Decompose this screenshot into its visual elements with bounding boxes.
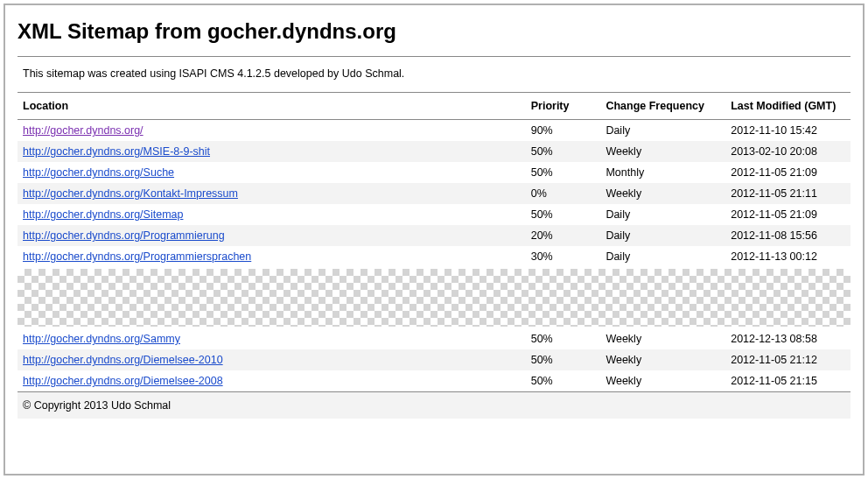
sitemap-link[interactable]: http://gocher.dyndns.org/Programmierung <box>23 229 225 242</box>
sitemap-table-continued: http://gocher.dyndns.org/Sammy50%Weekly2… <box>18 328 850 391</box>
sitemap-table: Location Priority Change Frequency Last … <box>18 93 850 267</box>
sitemap-link[interactable]: http://gocher.dyndns.org/Suche <box>23 166 174 179</box>
cell-change-frequency: Daily <box>600 246 725 267</box>
page-title: XML Sitemap from gocher.dyndns.org <box>18 19 850 44</box>
document-frame: XML Sitemap from gocher.dyndns.org This … <box>4 4 864 475</box>
cell-priority: 50% <box>526 204 601 225</box>
table-row: http://gocher.dyndns.org/Programmierspra… <box>18 246 850 267</box>
table-row: http://gocher.dyndns.org/Programmierung2… <box>18 225 850 246</box>
intro-text: This sitemap was created using ISAPI CMS… <box>23 67 850 80</box>
col-priority: Priority <box>526 93 601 120</box>
table-row: http://gocher.dyndns.org/Diemelsee-20105… <box>18 349 850 370</box>
copyright-text: © Copyright 2013 Udo Schmal <box>23 399 171 412</box>
cell-change-frequency: Monthly <box>600 162 725 183</box>
cell-priority: 50% <box>526 349 601 370</box>
sitemap-link[interactable]: http://gocher.dyndns.org/MSIE-8-9-shit <box>23 145 210 158</box>
sitemap-link[interactable]: http://gocher.dyndns.org/ <box>23 124 144 137</box>
cell-last-modified: 2012-11-08 15:56 <box>725 225 850 246</box>
cell-change-frequency: Daily <box>600 120 725 142</box>
cell-change-frequency: Weekly <box>600 141 725 162</box>
cell-location: http://gocher.dyndns.org/MSIE-8-9-shit <box>18 141 526 162</box>
cell-last-modified: 2012-11-10 15:42 <box>725 120 850 142</box>
sitemap-link[interactable]: http://gocher.dyndns.org/Diemelsee-2010 <box>23 354 223 366</box>
cell-change-frequency: Weekly <box>600 183 725 204</box>
cell-priority: 0% <box>526 183 601 204</box>
cell-change-frequency: Weekly <box>600 349 725 370</box>
cell-last-modified: 2012-11-05 21:09 <box>725 162 850 183</box>
cell-last-modified: 2012-12-13 08:58 <box>725 328 850 349</box>
cell-change-frequency: Daily <box>600 204 725 225</box>
cell-location: http://gocher.dyndns.org/Sammy <box>18 328 526 349</box>
cell-priority: 50% <box>526 370 601 391</box>
cell-priority: 90% <box>526 120 601 142</box>
col-change-frequency: Change Frequency <box>600 93 725 120</box>
cell-location: http://gocher.dyndns.org/Diemelsee-2008 <box>18 370 526 391</box>
cell-priority: 50% <box>526 328 601 349</box>
cell-change-frequency: Weekly <box>600 328 725 349</box>
sitemap-link[interactable]: http://gocher.dyndns.org/Kontakt-Impress… <box>23 187 238 200</box>
cell-change-frequency: Daily <box>600 225 725 246</box>
table-row: http://gocher.dyndns.org/Suche50%Monthly… <box>18 162 850 183</box>
cell-last-modified: 2012-11-05 21:12 <box>725 349 850 370</box>
divider <box>18 56 850 57</box>
table-row: http://gocher.dyndns.org/Sammy50%Weekly2… <box>18 328 850 349</box>
sitemap-link[interactable]: http://gocher.dyndns.org/Programmierspra… <box>23 250 251 263</box>
cell-location: http://gocher.dyndns.org/Suche <box>18 162 526 183</box>
table-row: http://gocher.dyndns.org/90%Daily2012-11… <box>18 120 850 142</box>
cell-priority: 20% <box>526 225 601 246</box>
footer: © Copyright 2013 Udo Schmal <box>18 391 850 419</box>
cell-change-frequency: Weekly <box>600 370 725 391</box>
table-row: http://gocher.dyndns.org/Diemelsee-20085… <box>18 370 850 391</box>
cell-location: http://gocher.dyndns.org/Sitemap <box>18 204 526 225</box>
table-header-row: Location Priority Change Frequency Last … <box>18 93 850 120</box>
cell-location: http://gocher.dyndns.org/ <box>18 120 526 142</box>
obscured-region <box>18 269 850 327</box>
cell-priority: 50% <box>526 141 601 162</box>
cell-location: http://gocher.dyndns.org/Kontakt-Impress… <box>18 183 526 204</box>
cell-location: http://gocher.dyndns.org/Programmierspra… <box>18 246 526 267</box>
cell-last-modified: 2012-11-13 00:12 <box>725 246 850 267</box>
sitemap-link[interactable]: http://gocher.dyndns.org/Sammy <box>23 333 180 345</box>
cell-last-modified: 2012-11-05 21:15 <box>725 370 850 391</box>
sitemap-link[interactable]: http://gocher.dyndns.org/Sitemap <box>23 208 183 221</box>
cell-last-modified: 2012-11-05 21:09 <box>725 204 850 225</box>
cell-last-modified: 2012-11-05 21:11 <box>725 183 850 204</box>
sitemap-link[interactable]: http://gocher.dyndns.org/Diemelsee-2008 <box>23 375 223 387</box>
table-row: http://gocher.dyndns.org/MSIE-8-9-shit50… <box>18 141 850 162</box>
cell-location: http://gocher.dyndns.org/Programmierung <box>18 225 526 246</box>
col-location: Location <box>18 93 526 120</box>
cell-location: http://gocher.dyndns.org/Diemelsee-2010 <box>18 349 526 370</box>
table-row: http://gocher.dyndns.org/Sitemap50%Daily… <box>18 204 850 225</box>
cell-last-modified: 2013-02-10 20:08 <box>725 141 850 162</box>
table-row: http://gocher.dyndns.org/Kontakt-Impress… <box>18 183 850 204</box>
cell-priority: 30% <box>526 246 601 267</box>
cell-priority: 50% <box>526 162 601 183</box>
col-last-modified: Last Modified (GMT) <box>725 93 850 120</box>
